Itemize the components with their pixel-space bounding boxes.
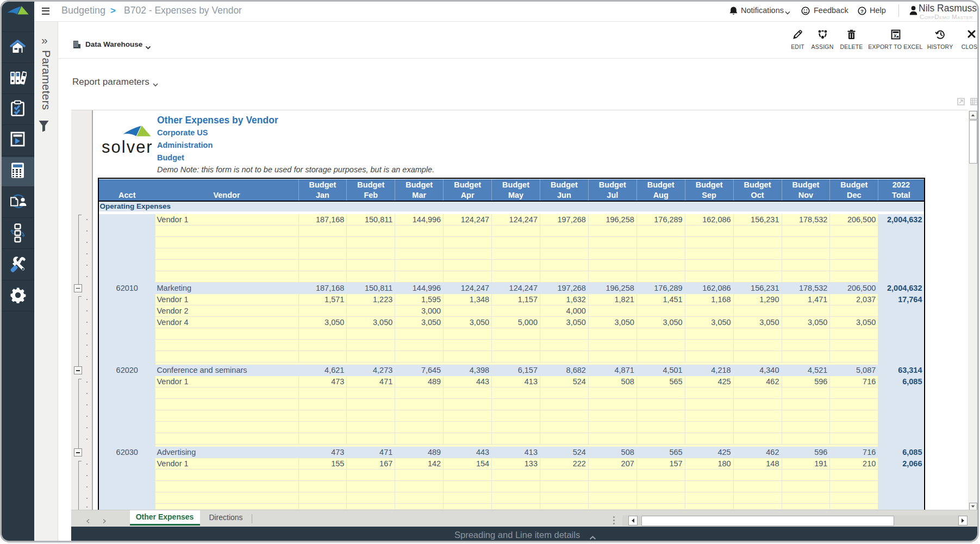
svg-text:?: ?: [860, 8, 864, 14]
svg-text:X: X: [894, 33, 897, 39]
